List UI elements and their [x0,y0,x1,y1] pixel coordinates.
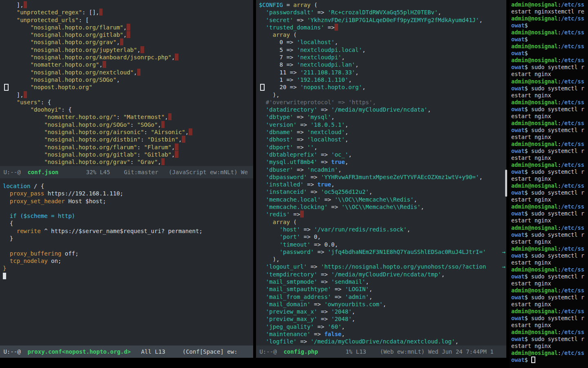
terminal-text: $ sudo systemctl r [525,189,584,196]
text-segment: ( [290,31,297,38]
string-segment: 'ncadmin' [307,166,338,173]
string-segment: 'mail_smtpmode' [266,278,317,285]
trailing-whitespace-highlight [175,54,178,61]
terminal-text: $ [525,50,528,56]
string-segment: "nosignal.hopto.org/jupyterlab" [30,47,137,53]
string-segment: 'dbtableprefix' [266,151,317,158]
terminal-text: estart nginx [511,217,551,224]
modeline-text: All L13 (Conf[Space] ew: [131,348,237,355]
terminal-path: /etc/ss [561,99,584,105]
code-line: 'installed' => true, [259,181,506,188]
terminal-line: admin@nosignal:/etc/ss [511,141,588,148]
text-segment [3,9,17,16]
terminal-text: $ sudo systemctl r [525,127,584,133]
code-line: 'password' => 'jfq4bdhaNEm2F3N1E8hQ7YauS… [259,248,506,256]
text-segment: , [137,47,140,53]
terminal-user-host: admin@nosignal [511,15,558,22]
text-segment: , [438,9,441,16]
directive-segment: proxy_buffering [10,250,61,257]
text-segment: => [307,188,321,195]
terminal-line: admin@nosignal:/etc/ss [511,1,588,8]
terminal-text: estart nginxstemctl re [511,8,584,15]
code-line: "users": { [3,99,253,106]
buffer-name: config.php [283,348,318,355]
terminal-text: estart nginx [511,280,551,287]
code-line: 'secret' => 'YkhznvFDe/i1BP7G1ALqeD0eFf9… [259,16,506,24]
text-segment [259,241,280,248]
code-line: "nosignal.hopto.org/flarum", [3,24,253,31]
string-segment: "nosignal.hopto.org/airsonic" [44,129,144,135]
terminal-text: : [558,15,561,22]
terminal-path: /etc/ss [561,245,584,252]
terminal-user-host: admin@nosignal [511,162,558,168]
code-line: 0 => 'localhost', [259,38,506,46]
string-segment: 'preview_max_y' [266,316,317,322]
code-line: "nosignal.hopto.org/grav", [3,38,253,46]
string-segment: 'nextcloudpi' [297,54,342,61]
string-segment: '' [307,144,314,150]
code-line: 'trusted_domains' => [259,24,506,31]
terminal-path: owat [511,273,525,280]
text-segment: = [283,2,293,8]
string-segment: 'nextcloudpi.lan' [297,61,355,68]
terminal-scrollbar-thumb[interactable] [505,170,507,197]
code-line: rewrite ^ https://$server_name$request_u… [3,227,253,235]
trailing-whitespace-highlight [168,113,172,120]
string-segment: 'dbpassword' [266,174,307,180]
text-segment [3,228,17,234]
string-segment: '192.168.1.110' [297,76,348,83]
terminal-line: admin@nosignal:/etc/ss [511,57,588,64]
code-line [3,272,253,280]
text-segment: => [307,174,321,180]
terminal-text: $ [525,36,528,43]
code-line: 'preview_max_x' => '2048', [259,308,506,315]
text-segment [3,198,10,204]
code-line: } [3,265,253,272]
terminal-line: owat$ [511,22,588,29]
text-segment: , [362,47,365,53]
terminal-line: estart nginx [511,301,588,308]
text-segment [3,54,30,61]
string-segment: 'Rc+crozalDTdRWVXaGq55plHZ0TEBv' [328,9,438,16]
text-segment: , [428,106,431,113]
text-segment: ], [3,2,24,8]
text-segment: ), [259,256,280,263]
terminal-line: owat$ sudo systemctl r [511,106,588,113]
terminal-line: admin@nosignal:/etc/ss [511,120,588,127]
text-segment: : { [61,106,71,113]
terminal-line: owat$ sudo systemctl r [511,85,588,92]
text-segment: 8 => [259,61,297,68]
text-segment: Host $host; [65,198,106,204]
code-line: 11 => '211.108.178.33', [259,69,506,76]
terminal-line: estart nginx [511,217,588,224]
string-segment: "SOGo" [137,121,158,128]
string-segment: "nosignal.hopto.org/kanboard/jsonrpc.php… [30,54,172,61]
terminal-path: owat [511,294,525,301]
code-line: 'dbhost' => 'localhost', [259,136,506,143]
text-segment [259,106,266,113]
terminal-path: owat [511,168,525,175]
text-segment [259,204,266,210]
text-segment: } [3,235,13,242]
string-segment: 'admin' [345,294,369,300]
terminal-line: estart nginx [511,113,588,120]
string-segment: 'nextcloud' [307,129,345,135]
text-segment: 11 => [259,69,300,76]
editor-window-conf-json[interactable]: ], "unprotected_regex": [], "unprotected… [0,0,253,166]
text-segment [259,249,280,255]
terminal-line: owat$ sudo systemctl r [511,127,588,134]
terminal-path: owat [511,64,525,70]
code-line: "nosignal.hopto.org/SOGo", [3,76,253,83]
text-segment: => [314,323,328,330]
text-segment [259,144,266,150]
string-segment: 'dbuser' [266,166,293,173]
terminal-pane[interactable]: admin@nosignal:/etc/ssestart nginxstemct… [510,0,588,368]
string-segment: 'jfq4bdhaNEm2F3N1E8hQ7YauSShlEDSac0RuJ4L… [328,249,486,255]
editor-window-config-php[interactable]: $CONFIG = array ( 'passwordsalt' => 'Rc+… [256,0,506,346]
terminal-line: admin@nosignal:/etc/ss [511,266,588,273]
terminal-text: estart nginx [511,301,551,307]
editor-window-proxy-conf[interactable]: location / { proxy_pass https://192.168.… [0,178,253,346]
text-segment [259,129,266,135]
terminal-path: owat [511,106,525,112]
text-segment [3,151,44,158]
